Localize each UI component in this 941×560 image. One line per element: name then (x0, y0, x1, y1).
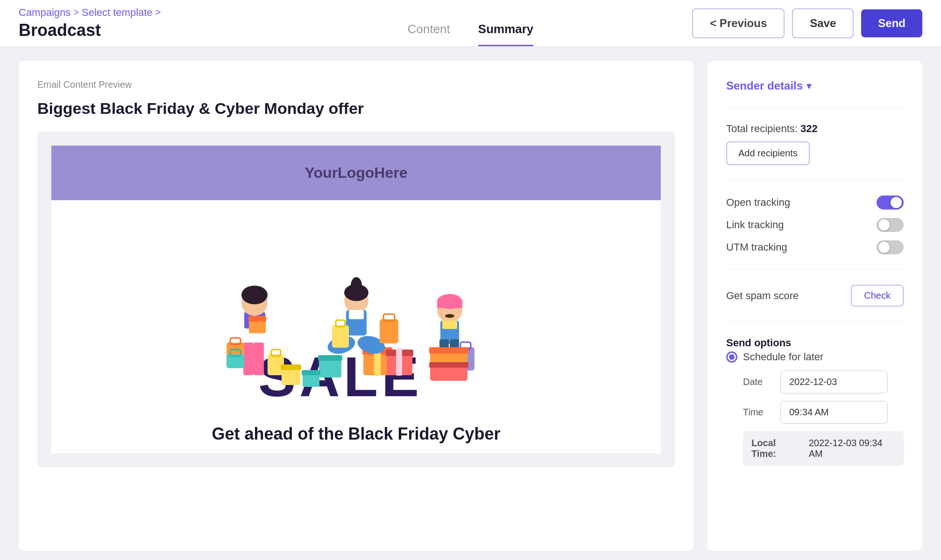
page-title: Broadcast (19, 21, 161, 40)
divider-3 (726, 269, 904, 270)
svg-rect-12 (254, 343, 264, 375)
left-panel: Email Content Preview Biggest Black Frid… (19, 61, 693, 551)
svg-rect-46 (429, 347, 468, 354)
email-body-preview: YourLogoHere SALE (37, 132, 675, 467)
save-button[interactable]: Save (792, 8, 854, 38)
check-spam-button[interactable]: Check (851, 285, 904, 307)
open-tracking-row: Open tracking (726, 196, 904, 210)
schedule-radio[interactable] (726, 351, 737, 363)
send-button[interactable]: Send (861, 9, 922, 37)
radio-inner (729, 354, 735, 360)
svg-rect-33 (332, 325, 349, 348)
time-row: Time (743, 401, 904, 424)
svg-rect-7 (396, 349, 402, 376)
recipients-label: Total recipients: 322 (726, 123, 904, 135)
toggle-knob (878, 242, 890, 253)
logo-text: YourLogoHere (305, 164, 408, 182)
breadcrumb-select-template[interactable]: Select template (82, 7, 153, 19)
utm-tracking-row: UTM tracking (726, 240, 904, 254)
top-nav: Campaigns > Select template > Broadcast … (0, 0, 941, 47)
send-options-label: Send options (726, 337, 904, 349)
svg-rect-52 (302, 370, 320, 375)
schedule-label: Schedule for later (743, 351, 823, 363)
svg-point-26 (351, 277, 362, 294)
svg-rect-37 (437, 301, 462, 308)
date-row: Date (743, 371, 904, 393)
utm-tracking-toggle[interactable] (877, 240, 904, 254)
recipients-section: Total recipients: 322 Add recipients (726, 123, 904, 165)
svg-rect-23 (248, 316, 266, 322)
local-time-value: 2022-12-03 09:34 AM (809, 438, 895, 459)
sale-illustration: SALE (51, 200, 661, 415)
spam-score-label: Get spam score (726, 290, 799, 302)
email-preview-label: Email Content Preview (37, 79, 675, 90)
divider-4 (726, 322, 904, 322)
date-input[interactable] (780, 371, 888, 393)
time-input[interactable] (780, 401, 888, 424)
breadcrumb: Campaigns > Select template > (19, 7, 161, 19)
email-logo-banner: YourLogoHere (51, 146, 661, 200)
recipients-count: 322 (800, 123, 818, 134)
add-recipients-button[interactable]: Add recipients (726, 141, 810, 165)
svg-rect-28 (349, 310, 364, 319)
tab-content[interactable]: Content (408, 0, 450, 46)
main-content: Email Content Preview Biggest Black Frid… (0, 47, 941, 560)
top-actions: < Previous Save Send (692, 8, 922, 38)
svg-rect-31 (380, 319, 398, 343)
time-label: Time (743, 407, 771, 418)
link-tracking-label: Link tracking (726, 219, 784, 231)
right-panel: Sender details ▾ Total recipients: 322 A… (708, 61, 922, 551)
divider-2 (726, 180, 904, 181)
utm-tracking-label: UTM tracking (726, 241, 787, 253)
open-tracking-label: Open tracking (726, 196, 790, 209)
svg-point-15 (241, 286, 268, 304)
breadcrumb-sep2: > (156, 7, 161, 18)
tracking-section: Open tracking Link tracking UTM tracking (726, 196, 904, 254)
link-tracking-toggle[interactable] (877, 218, 904, 232)
tab-summary[interactable]: Summary (478, 0, 534, 46)
chevron-down-icon: ▾ (807, 80, 811, 91)
svg-rect-47 (430, 366, 467, 381)
svg-rect-49 (282, 368, 300, 385)
svg-rect-9 (318, 355, 342, 361)
svg-rect-48 (429, 362, 468, 368)
svg-rect-51 (303, 374, 319, 387)
schedule-radio-row[interactable]: Schedule for later (726, 351, 904, 363)
spam-score-row: Get spam score Check (726, 285, 904, 307)
breadcrumb-campaigns[interactable]: Campaigns (19, 7, 71, 19)
local-time-key: Local Time: (751, 438, 801, 459)
divider-1 (726, 107, 904, 108)
breadcrumb-area: Campaigns > Select template > Broadcast (19, 7, 161, 40)
svg-rect-11 (243, 343, 254, 375)
send-options-section: Send options Schedule for later Date Tim… (726, 337, 904, 466)
center-tabs: Content Summary (408, 0, 534, 46)
local-time-row: Local Time: 2022-12-03 09:34 AM (743, 431, 904, 466)
svg-rect-40 (442, 321, 457, 329)
sender-details-header[interactable]: Sender details ▾ (726, 79, 904, 92)
email-headline: Get ahead of the Black Friday Cyber (51, 415, 661, 453)
svg-rect-50 (281, 364, 301, 370)
toggle-knob (878, 219, 890, 231)
link-tracking-row: Link tracking (726, 218, 904, 232)
email-subject: Biggest Black Friday & Cyber Monday offe… (37, 99, 675, 118)
logo-bold: Here (374, 164, 407, 181)
date-label: Date (743, 377, 771, 387)
sender-details-label: Sender details (726, 79, 803, 92)
svg-rect-8 (319, 359, 341, 378)
open-tracking-toggle[interactable] (877, 196, 904, 210)
previous-button[interactable]: < Previous (692, 8, 785, 38)
date-time-section: Date Time Local Time: 2022-12-03 09:34 A… (726, 371, 904, 466)
breadcrumb-sep1: > (73, 7, 79, 18)
svg-point-38 (445, 314, 454, 318)
toggle-knob (891, 197, 902, 208)
logo-regular: YourLogo (305, 164, 375, 181)
